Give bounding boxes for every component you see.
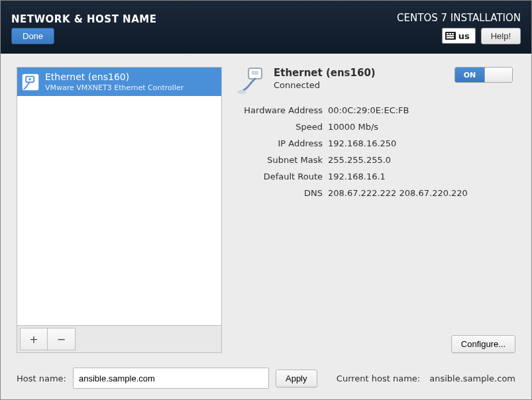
- current-hostname-label: Current host name:: [337, 374, 420, 383]
- installer-title: CENTOS 7 INSTALLATION: [397, 12, 521, 24]
- subnet-mask-value: 255.255.255.0: [328, 155, 515, 165]
- detail-interface-status: Connected: [274, 80, 376, 90]
- interface-detail-panel: Ethernet (ens160) Connected ON Hardware …: [231, 67, 515, 353]
- subnet-mask-label: Subnet Mask: [237, 155, 323, 165]
- page-title: NETWORK & HOST NAME: [11, 13, 156, 25]
- ip-address-value: 192.168.16.250: [328, 138, 515, 148]
- interface-panel: Ethernet (ens160) VMware VMXNET3 Etherne…: [17, 67, 222, 353]
- ethernet-icon: [235, 67, 267, 96]
- keyboard-layout-indicator[interactable]: us: [442, 28, 476, 44]
- interface-item-sublabel: VMware VMXNET3 Ethernet Controller: [45, 83, 184, 92]
- help-button[interactable]: Help!: [481, 28, 521, 44]
- interface-item-ens160[interactable]: Ethernet (ens160) VMware VMXNET3 Etherne…: [17, 68, 221, 96]
- hw-address-label: Hardware Address: [237, 105, 323, 115]
- svg-rect-4: [252, 71, 258, 75]
- dns-label: DNS: [237, 188, 323, 198]
- remove-interface-button[interactable]: −: [48, 328, 76, 350]
- done-button[interactable]: Done: [11, 28, 54, 44]
- toggle-on-label: ON: [455, 68, 484, 82]
- speed-label: Speed: [237, 122, 323, 132]
- content-area: Ethernet (ens160) VMware VMXNET3 Etherne…: [1, 54, 531, 399]
- ip-address-label: IP Address: [237, 138, 323, 148]
- interface-list[interactable]: Ethernet (ens160) VMware VMXNET3 Etherne…: [17, 67, 222, 325]
- add-interface-button[interactable]: +: [20, 328, 48, 350]
- ethernet-icon: [21, 73, 40, 91]
- dns-value: 208.67.222.222 208.67.220.220: [328, 188, 515, 198]
- hostname-row: Host name: Apply Current host name: ansi…: [17, 368, 515, 389]
- interface-item-label: Ethernet (ens160): [45, 72, 184, 82]
- hw-address-value: 00:0C:29:0E:EC:FB: [328, 105, 515, 115]
- default-route-value: 192.168.16.1: [328, 172, 515, 181]
- hostname-input[interactable]: [73, 368, 269, 389]
- configure-button[interactable]: Configure...: [451, 335, 515, 353]
- interface-list-toolbar: + −: [17, 325, 222, 353]
- speed-value: 10000 Mb/s: [328, 122, 515, 132]
- keyboard-icon: [445, 32, 456, 40]
- toggle-knob: [484, 68, 512, 82]
- detail-properties: Hardware Address 00:0C:29:0E:EC:FB Speed…: [237, 105, 515, 198]
- svg-point-2: [28, 78, 31, 81]
- header-bar: NETWORK & HOST NAME CENTOS 7 INSTALLATIO…: [1, 1, 531, 54]
- network-hostname-screen: NETWORK & HOST NAME CENTOS 7 INSTALLATIO…: [0, 0, 532, 400]
- default-route-label: Default Route: [237, 172, 323, 181]
- keyboard-layout-label: us: [458, 31, 470, 41]
- hostname-input-label: Host name:: [17, 374, 66, 383]
- apply-hostname-button[interactable]: Apply: [276, 370, 317, 387]
- svg-point-5: [237, 90, 246, 94]
- detail-interface-title: Ethernet (ens160): [274, 67, 376, 79]
- current-hostname-value: ansible.sample.com: [429, 374, 515, 383]
- interface-toggle[interactable]: ON: [454, 67, 513, 83]
